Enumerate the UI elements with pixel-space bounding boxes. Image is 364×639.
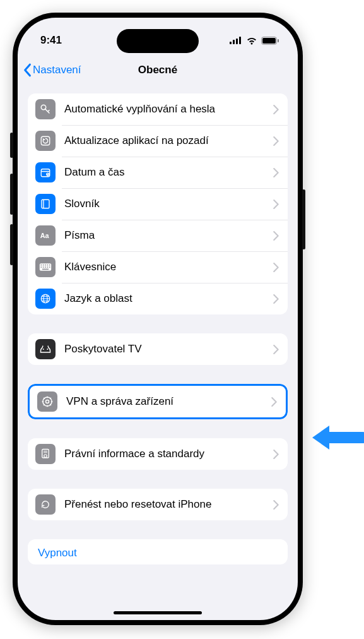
font-icon: Aa <box>35 225 56 246</box>
page-title: Obecné <box>138 64 177 76</box>
settings-row[interactable]: Poskytovatel TV <box>28 333 288 365</box>
settings-row[interactable]: VPN a správa zařízení <box>28 384 288 419</box>
settings-group: Poskytovatel TV <box>28 333 288 365</box>
settings-group: Právní informace a standardy <box>28 438 288 470</box>
row-label: Klávesnice <box>64 261 273 273</box>
row-label: Poskytovatel TV <box>64 343 273 355</box>
svg-rect-18 <box>49 265 50 266</box>
chevron-right-icon <box>273 200 279 209</box>
tv-icon <box>35 339 56 359</box>
keyboard-icon <box>35 257 56 277</box>
row-label: VPN a správa zařízení <box>66 395 271 408</box>
svg-rect-21 <box>45 266 46 268</box>
chevron-right-icon <box>273 345 279 354</box>
settings-row[interactable]: Právní informace a standardy <box>28 438 288 470</box>
book-icon <box>35 194 56 214</box>
svg-rect-3 <box>239 37 241 44</box>
svg-rect-6 <box>278 39 279 42</box>
svg-text:Aa: Aa <box>40 232 50 239</box>
back-button[interactable]: Nastavení <box>23 63 81 77</box>
gear-icon <box>37 391 57 412</box>
dynamic-island <box>117 29 199 53</box>
svg-rect-24 <box>42 269 49 270</box>
settings-row[interactable]: Slovník <box>28 188 288 220</box>
settings-group: VPN a správa zařízení <box>28 384 288 419</box>
mute-switch <box>10 133 13 158</box>
volume-down-button <box>10 224 13 265</box>
settings-row[interactable]: Jazyk a oblast <box>28 283 288 314</box>
refresh-icon <box>35 131 56 151</box>
chevron-right-icon <box>273 105 279 114</box>
svg-rect-11 <box>42 200 49 208</box>
settings-row[interactable]: AaPísma <box>28 220 288 251</box>
home-indicator[interactable] <box>114 611 202 614</box>
reset-icon <box>35 494 56 515</box>
svg-rect-8 <box>41 136 50 145</box>
row-label: Písma <box>64 229 273 242</box>
svg-rect-31 <box>42 450 49 458</box>
battery-icon <box>261 37 279 45</box>
screen: 9:41 Nastavení Obecné Automatické vyplňo… <box>18 18 298 620</box>
settings-row[interactable]: Aktualizace aplikací na pozadí <box>28 125 288 157</box>
chevron-right-icon <box>273 136 279 146</box>
svg-rect-19 <box>41 266 42 268</box>
cellular-icon <box>230 37 242 44</box>
svg-point-32 <box>44 455 47 458</box>
side-button <box>302 189 305 249</box>
row-label: Aktualizace aplikací na pozadí <box>64 134 273 147</box>
settings-row[interactable]: Automatické vyplňování a hesla <box>28 93 288 125</box>
chevron-left-icon <box>23 63 32 77</box>
shutdown-button[interactable]: Vypnout <box>28 539 288 564</box>
svg-rect-22 <box>47 266 49 268</box>
svg-point-27 <box>43 349 44 350</box>
chevron-right-icon <box>273 263 279 272</box>
key-icon <box>35 99 56 119</box>
row-label: Jazyk a oblast <box>64 292 273 305</box>
back-label: Nastavení <box>33 64 81 76</box>
svg-point-28 <box>47 349 48 350</box>
row-label: Datum a čas <box>64 166 273 179</box>
svg-rect-16 <box>45 265 46 266</box>
svg-rect-14 <box>41 265 42 266</box>
row-label: Právní informace a standardy <box>64 448 273 460</box>
row-label: Přenést nebo resetovat iPhone <box>64 498 273 511</box>
row-label: Slovník <box>64 198 273 210</box>
chevron-right-icon <box>273 294 279 304</box>
settings-group: Automatické vyplňování a heslaAktualizac… <box>28 93 288 314</box>
svg-rect-1 <box>233 40 235 44</box>
settings-group: Přenést nebo resetovat iPhone <box>28 489 288 520</box>
svg-rect-23 <box>49 266 50 268</box>
volume-up-button <box>10 174 13 215</box>
calendar-icon <box>35 162 56 182</box>
settings-row[interactable]: Klávesnice <box>28 251 288 283</box>
row-label: Automatické vyplňování a hesla <box>64 103 273 116</box>
navigation-bar: Nastavení Obecné <box>18 54 298 86</box>
svg-rect-20 <box>43 266 44 268</box>
svg-rect-17 <box>47 265 49 266</box>
chevron-right-icon <box>271 397 277 407</box>
svg-rect-2 <box>236 39 238 44</box>
callout-arrow-icon <box>309 422 364 453</box>
svg-rect-5 <box>262 38 276 44</box>
cert-icon <box>35 444 56 464</box>
iphone-frame: 9:41 Nastavení Obecné Automatické vyplňo… <box>13 13 303 625</box>
settings-row[interactable]: Přenést nebo resetovat iPhone <box>28 489 288 520</box>
chevron-right-icon <box>273 168 279 177</box>
svg-rect-0 <box>230 42 232 44</box>
wifi-icon <box>246 37 257 45</box>
status-time: 9:41 <box>40 34 62 47</box>
chevron-right-icon <box>273 450 279 459</box>
globe-icon <box>35 289 56 309</box>
svg-point-30 <box>46 400 49 403</box>
content-scroll[interactable]: Automatické vyplňování a heslaAktualizac… <box>18 86 298 605</box>
settings-row[interactable]: Datum a čas <box>28 157 288 188</box>
chevron-right-icon <box>273 231 279 241</box>
svg-rect-15 <box>43 265 44 266</box>
chevron-right-icon <box>273 500 279 510</box>
